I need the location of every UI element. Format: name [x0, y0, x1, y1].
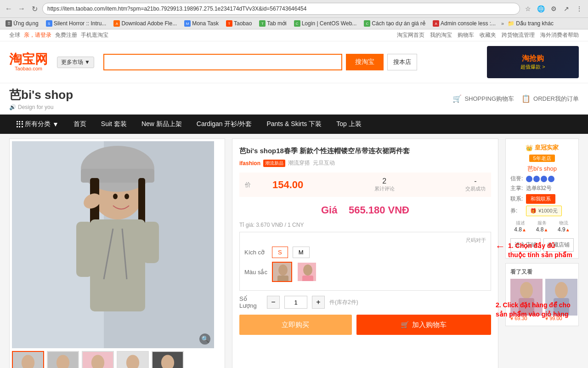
nav-favorites[interactable]: 收藏夹: [480, 31, 496, 39]
bookmark-icon[interactable]: ☆: [523, 4, 533, 14]
bookmark-mona[interactable]: M Mona Task: [182, 19, 220, 28]
nav-login[interactable]: 亲，请登录: [24, 31, 51, 39]
nav-homepage[interactable]: 淘宝网首页: [397, 31, 424, 39]
qty-label: Số Lượng: [239, 295, 262, 309]
bookmark-admin[interactable]: A Admin console less :...: [431, 19, 498, 28]
bookmarks-more[interactable]: »: [501, 21, 504, 26]
also-seen-product-1[interactable]: ¥ 69.30: [510, 279, 543, 321]
thumb-4[interactable]: [117, 351, 149, 368]
logistics-num: 4.9: [558, 226, 565, 233]
nav-item-pants[interactable]: Pants & Skirts 下装: [259, 115, 329, 134]
product-card-img-2: [545, 279, 577, 316]
thumb-5[interactable]: [152, 351, 184, 368]
qty-decrease-button[interactable]: −: [267, 296, 280, 309]
bookmark-apps-label: Ứng dụng: [13, 20, 39, 27]
nav-cart[interactable]: 购物车: [458, 31, 474, 39]
qty-input[interactable]: [284, 296, 307, 309]
admin-favicon: A: [433, 20, 439, 27]
nav-global[interactable]: 全球: [9, 31, 20, 39]
bookmark-tab[interactable]: T Tab mới: [257, 19, 288, 28]
seller-shop-link[interactable]: 芭bi's shop: [510, 165, 574, 173]
speaker-icon: 🔊: [9, 104, 16, 110]
nav-item-new[interactable]: New 新品上架: [134, 115, 189, 134]
seller-box: 👑 皇冠实家 5年老店 芭bi's shop 信誉:: [505, 138, 579, 259]
bookmark-taobao[interactable]: T Taobao: [224, 19, 254, 28]
svg-point-15: [124, 194, 129, 199]
bookmark-cach-label: Cách tạo dự án giá rẻ: [372, 20, 425, 27]
order-action[interactable]: 📋 ORDER我的订单: [521, 94, 579, 103]
seller-title-text: 皇冠实家: [535, 144, 559, 152]
bookmark-silent[interactable]: S Silent Horror :: Intru...: [44, 19, 108, 28]
bookmark-taobao-label: Taobao: [234, 20, 252, 27]
enter-shop-button[interactable]: 进入店铺: [510, 238, 541, 252]
extension-icon-2[interactable]: ⚙: [548, 4, 559, 14]
nav-mobile[interactable]: 手机逛淘宝: [81, 31, 108, 39]
banner-sub: 超值爆款 >: [520, 63, 545, 70]
nearby-button[interactable]: 搜本店: [387, 54, 417, 70]
reload-button[interactable]: ↻: [29, 4, 40, 14]
forward-button[interactable]: →: [17, 4, 27, 14]
top-nav: 全球 亲，请登录 免费注册 手机逛淘宝 淘宝网首页 我的淘宝 购物车 收藏夹 跨…: [0, 29, 588, 41]
nav-item-cardigan[interactable]: Cardigan 开衫/外套: [189, 115, 260, 134]
nav-item-home[interactable]: 首页: [66, 115, 94, 134]
size-m-button[interactable]: M: [293, 247, 310, 258]
nav-overseas[interactable]: 海外消费者帮助: [540, 31, 579, 39]
qty-increase-button[interactable]: +: [312, 296, 325, 309]
shopping-cart-action[interactable]: 🛒 SHOPPING购物车: [452, 94, 514, 103]
nav-item-all[interactable]: 所有分类 ▼: [9, 115, 66, 134]
bookmark-apps[interactable]: ⠿ Ứng dụng: [4, 19, 40, 28]
stat-delivery: 描述 4.8 ▲: [510, 220, 530, 233]
silent-favicon: S: [46, 20, 52, 27]
banner-image[interactable]: 淘抢购 超值爆款 >: [487, 46, 579, 78]
order-label: ORDER我的订单: [533, 95, 579, 103]
color-swatch-1[interactable]: [272, 262, 292, 282]
contact-button[interactable]: 和我联系: [526, 194, 555, 204]
nav-my-taobao[interactable]: 我的淘宝: [430, 31, 452, 39]
bookmark-cach[interactable]: C Cách tạo dự án giá rẻ: [362, 19, 427, 28]
search-input[interactable]: [103, 54, 342, 70]
bookmark-centos[interactable]: C Login | CentOS Web...: [292, 19, 359, 28]
thumb-3[interactable]: [82, 351, 114, 368]
cach-favicon: C: [364, 20, 370, 27]
back-button[interactable]: ←: [4, 4, 14, 14]
extension-icon-1[interactable]: 🌐: [536, 4, 546, 14]
logo-text: 淘宝网: [9, 53, 48, 66]
add-cart-button[interactable]: 🛒 加入购物车: [356, 315, 491, 335]
bookmark-folder[interactable]: 📁 Dầu trang khác: [508, 20, 554, 27]
thumb-1[interactable]: [12, 351, 44, 368]
zoom-icon[interactable]: 🔍: [199, 334, 210, 345]
qty-unit: 件(库存2件): [329, 299, 358, 306]
logo-area[interactable]: 淘宝网 Taobao.com: [9, 53, 48, 71]
product-card-price-1: ¥ 69.30: [510, 316, 543, 321]
address-bar[interactable]: [42, 3, 520, 15]
thumbnail-strip: [12, 348, 222, 368]
nav-register[interactable]: 免费注册: [55, 31, 77, 39]
shop-info: 芭bi's shop 🔊 Design for you: [9, 87, 73, 110]
collect-shop-button[interactable]: 收藏店铺: [543, 238, 574, 252]
credit-dots: [526, 176, 554, 182]
svg-rect-8: [90, 219, 145, 311]
more-market-label: 更多市场: [61, 58, 83, 66]
shop-name-area: 芭bi's shop: [510, 165, 574, 173]
svg-point-35: [303, 264, 312, 276]
header-banner: 淘抢购 超值爆款 >: [487, 46, 579, 78]
tab-favicon: T: [259, 20, 266, 27]
coupon-area[interactable]: 🎁 ¥1000元: [526, 206, 562, 216]
buy-now-button[interactable]: 立即购买: [239, 315, 352, 335]
search-button[interactable]: 搜淘宝: [346, 54, 384, 70]
action-buttons: 立即购买 🛒 加入购物车 2. Click đặt hàng để chosản…: [239, 315, 491, 335]
bookmark-adobe[interactable]: A Download Adobe Fle...: [112, 19, 179, 28]
nav-item-suit[interactable]: Suit 套装: [94, 115, 134, 134]
nav-logistics[interactable]: 跨货物流管理: [502, 31, 535, 39]
nav-item-top[interactable]: Top 上装: [329, 115, 368, 134]
extension-icon-3[interactable]: ↗: [561, 4, 571, 14]
color-swatch-2[interactable]: [297, 262, 317, 282]
product-left: 🔍: [9, 138, 225, 368]
thumb-2[interactable]: [47, 351, 79, 368]
delivery-label: 描述: [510, 220, 530, 226]
size-s-button[interactable]: S: [272, 247, 288, 258]
menu-icon[interactable]: ⋮: [574, 4, 584, 14]
more-market-button[interactable]: 更多市场 ▼: [57, 57, 94, 68]
also-seen-product-2[interactable]: ¥ 99.00: [545, 279, 577, 321]
price-row: 价 154.00 2 累计评论 - 交易成功: [245, 177, 486, 192]
